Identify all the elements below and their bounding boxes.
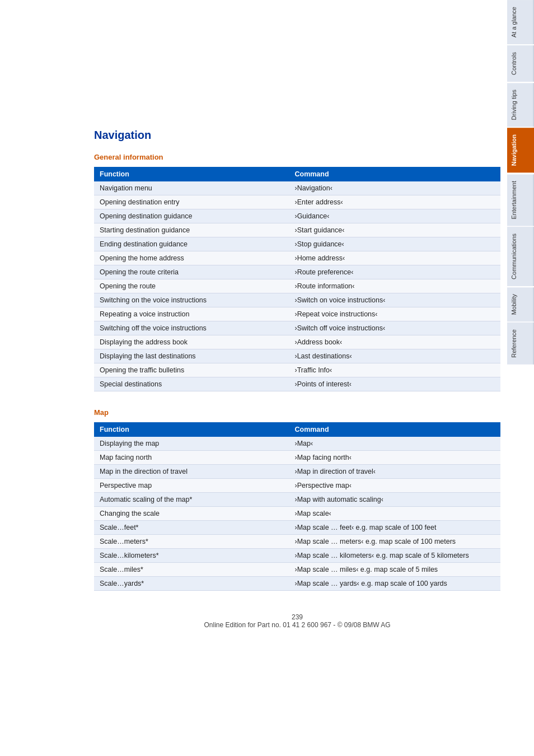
command-cell: ›Map in direction of travel‹	[289, 465, 500, 479]
sidebar-right: At a glance Controls Driving tips Naviga…	[505, 0, 534, 756]
table-row: Opening the route›Route information‹	[94, 279, 500, 293]
command-cell: ›Enter address‹	[289, 195, 500, 209]
command-cell: ›Map with automatic scaling‹	[289, 493, 500, 507]
function-cell: Scale…meters*	[94, 535, 289, 549]
sidebar-tab-driving-tips[interactable]: Driving tips	[507, 83, 534, 127]
table-row: Starting destination guidance›Start guid…	[94, 223, 500, 237]
footer-page-number: 239	[94, 613, 500, 621]
table-row: Opening the route criteria›Route prefere…	[94, 265, 500, 279]
command-cell: ›Route preference‹	[289, 265, 500, 279]
table-row: Ending destination guidance›Stop guidanc…	[94, 237, 500, 251]
command-cell: ›Map scale … yards‹ e.g. map scale of 10…	[289, 577, 500, 591]
command-cell: ›Address book‹	[289, 335, 500, 349]
map-table: Function Command Displaying the map›Map‹…	[94, 422, 500, 591]
sidebar-tab-at-a-glance[interactable]: At a glance	[507, 0, 534, 44]
command-cell: ›Switch on voice instructions‹	[289, 293, 500, 307]
function-cell: Displaying the last destinations	[94, 349, 289, 363]
command-cell: ›Map scale … kilometers‹ e.g. map scale …	[289, 549, 500, 563]
function-cell: Displaying the map	[94, 437, 289, 451]
sidebar-tab-mobility[interactable]: Mobility	[507, 287, 534, 321]
table-row: Displaying the address book›Address book…	[94, 335, 500, 349]
footer: 239 Online Edition for Part no. 01 41 2 …	[94, 613, 500, 646]
function-cell: Scale…kilometers*	[94, 549, 289, 563]
function-cell: Scale…feet*	[94, 521, 289, 535]
table-row: Opening destination entry›Enter address‹	[94, 195, 500, 209]
table-row: Scale…feet*›Map scale … feet‹ e.g. map s…	[94, 521, 500, 535]
sidebar-tab-controls[interactable]: Controls	[507, 45, 534, 82]
command-cell: ›Perspective map‹	[289, 479, 500, 493]
command-cell: ›Points of interest‹	[289, 377, 500, 391]
command-cell: ›Map facing north‹	[289, 451, 500, 465]
function-cell: Opening the route	[94, 279, 289, 293]
function-cell: Opening the traffic bulletins	[94, 363, 289, 377]
function-cell: Scale…yards*	[94, 577, 289, 591]
table-row: Scale…meters*›Map scale … meters‹ e.g. m…	[94, 535, 500, 549]
general-information-table: Function Command Navigation menu›Navigat…	[94, 167, 500, 391]
function-cell: Map in the direction of travel	[94, 465, 289, 479]
table-row: Map facing north›Map facing north‹	[94, 451, 500, 465]
table-row: Displaying the map›Map‹	[94, 437, 500, 451]
table-row: Repeating a voice instruction›Repeat voi…	[94, 307, 500, 321]
function-cell: Perspective map	[94, 479, 289, 493]
sidebar-tab-navigation[interactable]: Navigation	[507, 128, 534, 172]
command-cell: ›Home address‹	[289, 251, 500, 265]
function-cell: Automatic scaling of the map*	[94, 493, 289, 507]
sidebar-tab-communications[interactable]: Communications	[507, 227, 534, 286]
function-cell: Map facing north	[94, 451, 289, 465]
function-cell: Switching on the voice instructions	[94, 293, 289, 307]
command-cell: ›Switch off voice instructions‹	[289, 321, 500, 335]
table-row: Perspective map›Perspective map‹	[94, 479, 500, 493]
function-cell: Changing the scale	[94, 507, 289, 521]
map-col1-header: Function	[94, 422, 289, 437]
table-row: Opening destination guidance›Guidance‹	[94, 209, 500, 223]
table-row: Switching on the voice instructions›Swit…	[94, 293, 500, 307]
footer-copyright: Online Edition for Part no. 01 41 2 600 …	[94, 621, 500, 629]
function-cell: Navigation menu	[94, 181, 289, 195]
general-col2-header: Command	[289, 167, 500, 181]
function-cell: Repeating a voice instruction	[94, 307, 289, 321]
table-row: Opening the home address›Home address‹	[94, 251, 500, 265]
function-cell: Starting destination guidance	[94, 223, 289, 237]
command-cell: ›Traffic Info‹	[289, 363, 500, 377]
general-col1-header: Function	[94, 167, 289, 181]
general-information-title: General information	[94, 153, 500, 161]
table-row: Scale…yards*›Map scale … yards‹ e.g. map…	[94, 577, 500, 591]
function-cell: Ending destination guidance	[94, 237, 289, 251]
table-row: Changing the scale›Map scale‹	[94, 507, 500, 521]
main-content: Navigation General information Function …	[94, 129, 500, 690]
command-cell: ›Map‹	[289, 437, 500, 451]
general-information-section: General information Function Command Nav…	[94, 153, 500, 391]
command-cell: ›Last destinations‹	[289, 349, 500, 363]
sidebar-tab-entertainment[interactable]: Entertainment	[507, 174, 534, 226]
command-cell: ›Start guidance‹	[289, 223, 500, 237]
table-row: Navigation menu›Navigation‹	[94, 181, 500, 195]
function-cell: Opening the route criteria	[94, 265, 289, 279]
table-row: Scale…kilometers*›Map scale … kilometers…	[94, 549, 500, 563]
table-row: Opening the traffic bulletins›Traffic In…	[94, 363, 500, 377]
map-section: Map Function Command Displaying the map›…	[94, 408, 500, 591]
table-row: Automatic scaling of the map*›Map with a…	[94, 493, 500, 507]
command-cell: ›Map scale … feet‹ e.g. map scale of 100…	[289, 521, 500, 535]
command-cell: ›Navigation‹	[289, 181, 500, 195]
page-title: Navigation	[94, 129, 500, 142]
map-col2-header: Command	[289, 422, 500, 437]
function-cell: Opening destination guidance	[94, 209, 289, 223]
function-cell: Switching off the voice instructions	[94, 321, 289, 335]
function-cell: Displaying the address book	[94, 335, 289, 349]
function-cell: Opening the home address	[94, 251, 289, 265]
table-row: Special destinations›Points of interest‹	[94, 377, 500, 391]
command-cell: ›Guidance‹	[289, 209, 500, 223]
table-row: Displaying the last destinations›Last de…	[94, 349, 500, 363]
command-cell: ›Map scale … miles‹ e.g. map scale of 5 …	[289, 563, 500, 577]
command-cell: ›Route information‹	[289, 279, 500, 293]
map-section-title: Map	[94, 408, 500, 417]
function-cell: Scale…miles*	[94, 563, 289, 577]
command-cell: ›Stop guidance‹	[289, 237, 500, 251]
sidebar-tab-reference[interactable]: Reference	[507, 323, 534, 365]
command-cell: ›Repeat voice instructions‹	[289, 307, 500, 321]
table-row: Scale…miles*›Map scale … miles‹ e.g. map…	[94, 563, 500, 577]
command-cell: ›Map scale … meters‹ e.g. map scale of 1…	[289, 535, 500, 549]
table-row: Switching off the voice instructions›Swi…	[94, 321, 500, 335]
function-cell: Special destinations	[94, 377, 289, 391]
command-cell: ›Map scale‹	[289, 507, 500, 521]
